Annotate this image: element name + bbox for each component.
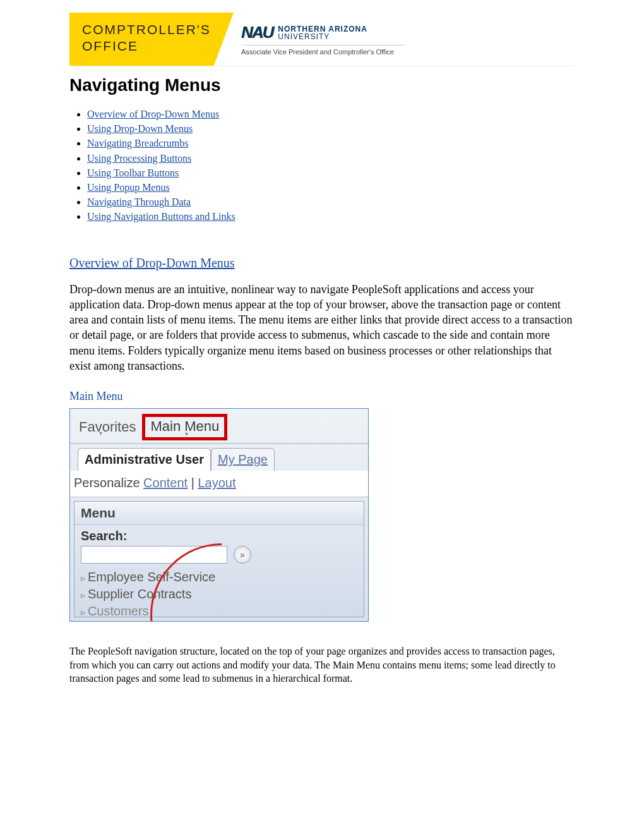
fig-topbar: Favorites Main Menu xyxy=(70,409,368,444)
main-menu-highlighted[interactable]: Main Menu xyxy=(142,414,227,440)
header-banner: COMPTROLLER'S OFFICE NAU NORTHERN ARIZON… xyxy=(69,13,575,66)
toc-link[interactable]: Navigating Through Data xyxy=(87,196,191,207)
toc-link[interactable]: Using Toolbar Buttons xyxy=(87,167,179,178)
tab-my-page[interactable]: My Page xyxy=(211,448,275,471)
sub-heading: Main Menu xyxy=(69,390,575,403)
office-line2: OFFICE xyxy=(82,38,221,54)
menu-item[interactable]: Employee Self-Service xyxy=(75,569,364,586)
toc-link[interactable]: Overview of Drop-Down Menus xyxy=(87,109,219,119)
header-right: NAU NORTHERN ARIZONA UNIVERSITY Associat… xyxy=(234,13,575,66)
toc-item: Using Processing Buttons xyxy=(87,151,575,166)
tab-administrative-user[interactable]: Administrative User xyxy=(78,448,211,471)
toc-link[interactable]: Using Drop-Down Menus xyxy=(87,123,193,134)
toc-item: Navigating Through Data xyxy=(87,195,575,209)
search-input-row: » xyxy=(75,546,364,569)
toc-item: Using Toolbar Buttons xyxy=(87,166,575,180)
personalize-layout-link[interactable]: Layout xyxy=(198,476,236,490)
menu-item[interactable]: Supplier Contracts xyxy=(75,586,364,603)
table-of-contents: Overview of Drop-Down Menus Using Drop-D… xyxy=(69,107,575,224)
personalize-content-link[interactable]: Content xyxy=(143,476,188,490)
nau-name: NORTHERN ARIZONA UNIVERSITY xyxy=(278,25,367,40)
nau-name-top: NORTHERN ARIZONA xyxy=(278,25,367,33)
toc-item: Using Navigation Buttons and Links xyxy=(87,209,575,224)
header-left: COMPTROLLER'S OFFICE xyxy=(69,13,234,66)
toc-item: Using Drop-Down Menus xyxy=(87,121,575,136)
personalize-sep: | xyxy=(188,476,198,490)
toc-item: Overview of Drop-Down Menus xyxy=(87,107,575,121)
tab-my-page-link[interactable]: My Page xyxy=(218,452,268,466)
toc-item: Navigating Breadcrumbs xyxy=(87,136,575,150)
after-figure-text: The PeopleSoft navigation structure, loc… xyxy=(69,644,575,686)
header-subtitle: Associate Vice President and Comptroller… xyxy=(241,45,405,56)
menu-panel-title: Menu xyxy=(75,502,364,525)
toc-link[interactable]: Using Popup Menus xyxy=(87,182,170,193)
office-line1: COMPTROLLER'S xyxy=(82,21,221,38)
section-heading: Overview of Drop-Down Menus xyxy=(69,256,575,270)
logo-row: NAU NORTHERN ARIZONA UNIVERSITY xyxy=(241,23,575,42)
menu-item[interactable]: Customers xyxy=(75,603,364,617)
personalize-label: Personalize xyxy=(74,476,140,490)
section-body: Drop-down menus are an intuitive, nonlin… xyxy=(69,282,575,374)
search-input[interactable] xyxy=(81,546,227,564)
search-go-icon[interactable]: » xyxy=(234,546,251,564)
nau-logo: NAU xyxy=(241,23,273,42)
toc-item: Using Popup Menus xyxy=(87,180,575,195)
fig-tabs: Administrative User My Page xyxy=(70,444,368,471)
screenshot-figure: Favorites Main Menu Administrative User … xyxy=(69,408,369,622)
toc-link[interactable]: Using Navigation Buttons and Links xyxy=(87,211,236,222)
personalize-row: Personalize Content | Layout xyxy=(70,471,368,497)
page-title: Navigating Menus xyxy=(69,75,575,95)
favorites-menu[interactable]: Favorites xyxy=(79,419,136,435)
menu-panel: Menu Search: » Employee Self-Service Sup… xyxy=(74,501,364,617)
toc-link[interactable]: Navigating Breadcrumbs xyxy=(87,138,188,148)
nau-name-bot: UNIVERSITY xyxy=(278,33,367,40)
nau-letters: NAU xyxy=(241,23,273,42)
toc-link[interactable]: Using Processing Buttons xyxy=(87,153,191,164)
search-label: Search: xyxy=(75,525,364,546)
office-title: COMPTROLLER'S OFFICE xyxy=(69,13,234,64)
